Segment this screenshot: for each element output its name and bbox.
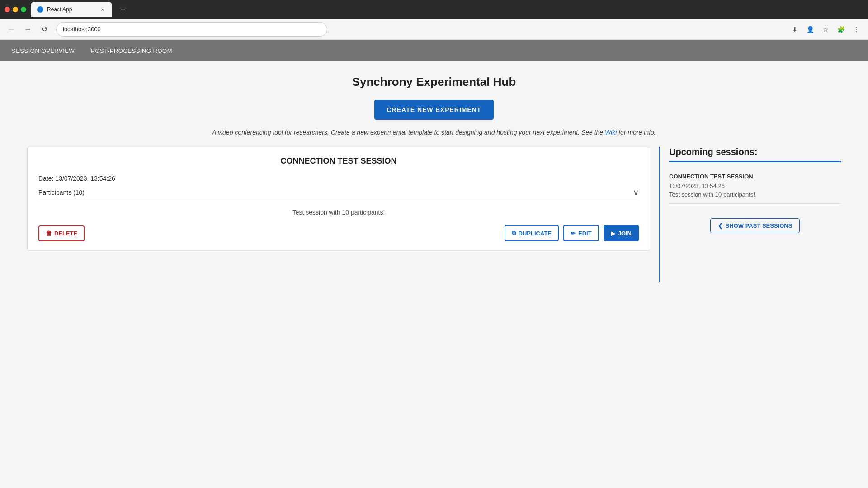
minimize-window-btn[interactable] — [13, 7, 18, 12]
reload-btn[interactable]: ↺ — [38, 23, 51, 36]
show-past-wrapper: ❮ SHOW PAST SESSIONS — [669, 211, 841, 233]
create-btn-wrapper: CREATE NEW EXPERIMENT — [27, 100, 841, 120]
upcoming-session-desc: Test session with 10 participants! — [669, 191, 841, 198]
create-experiment-btn[interactable]: CREATE NEW EXPERIMENT — [374, 100, 494, 120]
address-bar[interactable]: localhost:3000 — [56, 22, 327, 37]
browser-toolbar: ← → ↺ localhost:3000 ⬇ 👤 ☆ 🧩 ⋮ — [0, 19, 868, 40]
tab-favicon — [37, 6, 43, 13]
new-tab-btn[interactable]: + — [117, 3, 129, 16]
wiki-link[interactable]: Wiki — [605, 129, 617, 136]
extension-btn[interactable]: 🧩 — [835, 23, 847, 36]
description-suffix: for more info. — [617, 129, 656, 136]
profile-btn[interactable]: 👤 — [804, 23, 816, 36]
app-nav: SESSION OVERVIEW POST-PROCESSING ROOM — [0, 40, 868, 61]
star-btn[interactable]: ☆ — [819, 23, 832, 36]
sessions-panel: CONNECTION TEST SESSION Date: 13/07/2023… — [27, 147, 650, 258]
duplicate-button[interactable]: ⧉ DUPLICATE — [505, 225, 559, 241]
description-main: A video conferencing tool for researcher… — [212, 129, 605, 136]
maximize-window-btn[interactable] — [21, 7, 26, 12]
delete-button[interactable]: 🗑 DELETE — [38, 225, 85, 241]
copy-icon: ⧉ — [512, 230, 516, 237]
browser-titlebar: React App ✕ + — [0, 0, 868, 19]
session-card-title: CONNECTION TEST SESSION — [38, 156, 639, 166]
close-window-btn[interactable] — [5, 7, 10, 12]
settings-btn[interactable]: ⋮ — [850, 23, 863, 36]
page-title: Synchrony Experimental Hub — [27, 75, 841, 89]
chevron-left-icon: ❮ — [718, 222, 723, 229]
show-past-label: SHOW PAST SESSIONS — [726, 222, 793, 229]
right-actions: ⧉ DUPLICATE ✏ EDIT ▶ JOIN — [505, 225, 639, 241]
main-layout: CONNECTION TEST SESSION Date: 13/07/2023… — [27, 147, 841, 282]
window-controls — [5, 7, 26, 12]
upcoming-panel: Upcoming sessions: CONNECTION TEST SESSI… — [669, 147, 841, 233]
trash-icon: 🗑 — [46, 230, 52, 237]
session-actions: 🗑 DELETE ⧉ DUPLICATE ✏ EDIT — [38, 225, 639, 241]
download-btn[interactable]: ⬇ — [788, 23, 801, 36]
toolbar-actions: ⬇ 👤 ☆ 🧩 ⋮ — [788, 23, 863, 36]
show-past-sessions-btn[interactable]: ❮ SHOW PAST SESSIONS — [710, 218, 800, 233]
duplicate-label: DUPLICATE — [519, 230, 552, 237]
date-value: 13/07/2023, 13:54:26 — [55, 175, 115, 182]
forward-btn[interactable]: → — [22, 23, 34, 36]
join-label: JOIN — [618, 230, 632, 237]
session-card: CONNECTION TEST SESSION Date: 13/07/2023… — [27, 147, 650, 251]
upcoming-session-date: 13/07/2023, 13:54:26 — [669, 183, 841, 189]
participants-label: Participants (10) — [38, 189, 85, 196]
play-icon: ▶ — [611, 230, 615, 237]
tab-title: React App — [47, 6, 72, 13]
panel-divider — [659, 147, 660, 282]
nav-session-overview[interactable]: SESSION OVERVIEW — [9, 46, 77, 56]
session-description: Test session with 10 participants! — [38, 209, 639, 216]
participants-row[interactable]: Participants (10) ∨ — [38, 188, 639, 202]
upcoming-session-item: CONNECTION TEST SESSION 13/07/2023, 13:5… — [669, 168, 841, 204]
session-date-row: Date: 13/07/2023, 13:54:26 — [38, 175, 639, 182]
delete-label: DELETE — [54, 230, 77, 237]
upcoming-session-name: CONNECTION TEST SESSION — [669, 173, 841, 180]
edit-button[interactable]: ✏ EDIT — [563, 225, 599, 241]
edit-icon: ✏ — [571, 230, 576, 237]
nav-post-processing-room[interactable]: POST-PROCESSING ROOM — [88, 46, 175, 56]
url-display: localhost:3000 — [63, 26, 101, 33]
app-content: Synchrony Experimental Hub CREATE NEW EX… — [0, 61, 868, 488]
back-btn[interactable]: ← — [5, 23, 18, 36]
chevron-down-icon: ∨ — [633, 188, 639, 197]
upcoming-title: Upcoming sessions: — [669, 147, 841, 162]
tab-close-btn[interactable]: ✕ — [99, 6, 106, 13]
join-button[interactable]: ▶ JOIN — [604, 225, 639, 241]
edit-label: EDIT — [578, 230, 592, 237]
description-text: A video conferencing tool for researcher… — [27, 129, 841, 136]
browser-tab[interactable]: React App ✕ — [31, 2, 112, 17]
date-label: Date: — [38, 175, 53, 182]
browser-window: React App ✕ + ← → ↺ localhost:3000 ⬇ 👤 ☆… — [0, 0, 868, 488]
